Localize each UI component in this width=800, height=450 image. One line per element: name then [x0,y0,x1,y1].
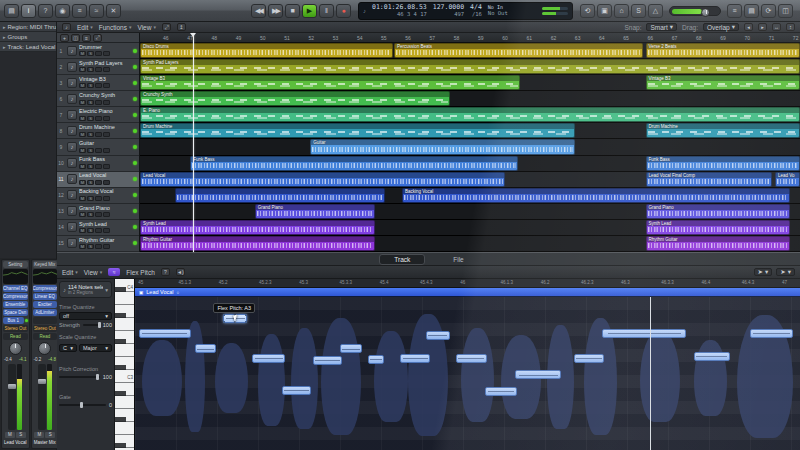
disclosure-triangle-icon[interactable]: ▸ [3,24,6,30]
record-enable-button[interactable] [95,100,102,105]
flex-pitch-note[interactable] [313,356,343,365]
disclosure-triangle-icon[interactable]: ▸ [3,34,6,40]
track-header-guitar[interactable]: 9♪GuitarMS [57,139,139,155]
track-lane-lead-vocal[interactable]: Lead VocalLead Vocal Final CompLead Vo [140,172,800,188]
plugin-slot-channel-eq[interactable]: Channel EQ [3,285,28,292]
solo-button[interactable]: S [87,228,94,233]
note-handle[interactable] [245,321,247,323]
lcd-display[interactable]: ♪ 01:01:26.08.53 46 3 4 17 127.0000 497 … [358,2,573,20]
left-click-tool-menu[interactable]: ➤▾ [754,268,773,276]
track-header-crunchy-synth[interactable]: 6♪Crunchy SynthMS [57,91,139,107]
editors-icon[interactable]: ≈ [89,4,104,18]
region-funk-bass[interactable]: Funk Bass [646,156,800,171]
volume-fader[interactable] [33,363,58,431]
channel-setting-button[interactable]: Keyed Mix [33,261,58,268]
mute-button[interactable]: M [79,67,86,72]
quick-help-icon[interactable]: ? [38,4,53,18]
editor-playhead[interactable] [650,297,651,450]
record-enable-button[interactable] [95,180,102,185]
flex-pitch-note[interactable] [400,354,430,363]
auto-zoom-icon[interactable]: ⤢ [162,23,171,31]
disclosure-triangle-icon[interactable]: ▸ [3,44,6,50]
flex-pitch-note[interactable] [282,386,311,395]
region-disco-drums[interactable]: Disco Drums [140,43,393,58]
arrange-menu-view[interactable]: View▾ [137,24,156,31]
solo-button[interactable]: S [87,116,94,121]
nudge-left-icon[interactable]: ◂ [744,23,753,31]
mute-button[interactable]: M [79,196,86,201]
solo-button[interactable]: S [87,51,94,56]
input-monitor-button[interactable] [103,83,110,88]
scale-root-dropdown[interactable]: C▾ [59,344,77,352]
flex-pitch-note[interactable] [574,354,605,363]
record-enable-button[interactable] [95,244,102,249]
input-monitor-button[interactable] [103,196,110,201]
send-slot-empty[interactable] [33,317,58,324]
mute-button[interactable]: M [34,432,44,438]
flex-mode-icon[interactable]: ≈ [108,268,120,276]
flex-pitch-note[interactable] [602,329,685,338]
autopunch-icon[interactable]: ▣ [597,4,612,18]
channel-setting-button[interactable]: Setting [3,261,28,268]
arrange-area[interactable]: 4647484950515253545556575859606162636465… [140,33,800,252]
zoom-h-icon[interactable]: ↔ [772,23,781,31]
flex-pitch-note[interactable] [252,354,285,363]
input-monitor-button[interactable] [103,180,110,185]
region-rhythm-guitar[interactable]: Rhythm Guitar [646,236,791,251]
region-guitar[interactable]: Guitar [310,139,575,154]
region-lead-vocal[interactable]: Lead Vocal [140,172,505,187]
track-lane-funk-bass[interactable]: Funk BassFunk Bass [140,156,800,172]
fader-groove[interactable] [38,364,46,430]
track-zoom-icon[interactable]: ⤢ [93,34,102,42]
nudge-right-icon[interactable]: ▸ [758,23,767,31]
replace-icon[interactable]: ⌂ [614,4,629,18]
solo-button[interactable]: S [87,132,94,137]
track-lane-guitar[interactable]: Guitar [140,139,800,155]
play-button[interactable]: ▶ [302,4,317,18]
region-crunchy-synth[interactable]: Crunchy Synth [140,91,450,106]
strength-slider[interactable]: Strength 100 [59,322,112,328]
record-enable-button[interactable] [95,148,102,153]
inspector-section-groups[interactable]: ▸Groups [0,32,56,42]
flex-pitch-note[interactable] [195,344,216,353]
track-lane-synth-pad-layers[interactable]: Synth Pad Layers [140,59,800,75]
plugin-slot-linear-eq[interactable]: Linear EQ [33,293,58,300]
mute-button[interactable]: M [79,100,86,105]
solo-button[interactable]: S [87,100,94,105]
mute-button[interactable]: M [79,212,86,217]
automation-mode-button[interactable]: Read [33,333,58,340]
solo-button[interactable]: S [87,164,94,169]
solo-button[interactable]: S [87,196,94,201]
input-monitor-button[interactable] [103,116,110,121]
solo-button[interactable]: S [87,148,94,153]
region-vintage-b3[interactable]: Vintage B3 [140,75,520,90]
track-lane-synth-lead[interactable]: Synth LeadSynth Lead [140,220,800,236]
region-percussion-beats[interactable]: Percussion Beats [394,43,643,58]
track-header-electric-piano[interactable]: 7♪Electric PianoMS [57,107,139,123]
track-lane-crunchy-synth[interactable]: Crunchy Synth [140,91,800,107]
drag-dropdown[interactable]: Overlap▾ [703,23,739,31]
track-lane-drum-machine[interactable]: Drum MachineDrum Machine [140,123,800,139]
tab-file[interactable]: File [439,255,477,264]
fader-handle[interactable] [38,379,46,384]
flex-pitch-note[interactable] [426,331,449,340]
input-monitor-button[interactable] [103,164,110,169]
note-handle[interactable] [223,321,225,323]
input-monitor-button[interactable] [103,132,110,137]
add-track-button[interactable]: + [60,34,69,42]
inspector-section-track-lead-vocal[interactable]: ▸Track: Lead Vocal [0,42,56,52]
master-volume-knob[interactable] [701,8,710,17]
bar-ruler[interactable]: 4647484950515253545556575859606162636465… [140,33,800,43]
solo-button[interactable]: S [87,212,94,217]
solo-icon[interactable]: S [631,4,646,18]
track-header-funk-bass[interactable]: 10♪Funk BassMS [57,156,139,172]
command-click-tool-menu[interactable]: ➤▾ [776,268,795,276]
flex-pitch-canvas[interactable]: 4545.1.345.245.2.345.345.3.345.445.4.346… [135,279,800,450]
mute-button[interactable]: M [79,51,86,56]
eq-thumbnail[interactable] [3,269,28,284]
apple-loops-icon[interactable]: ⟳ [761,4,776,18]
record-enable-button[interactable] [95,212,102,217]
library-toggle-icon[interactable]: ▤ [4,4,19,18]
solo-button[interactable]: S [87,67,94,72]
browsers-icon[interactable]: ◫ [778,4,793,18]
